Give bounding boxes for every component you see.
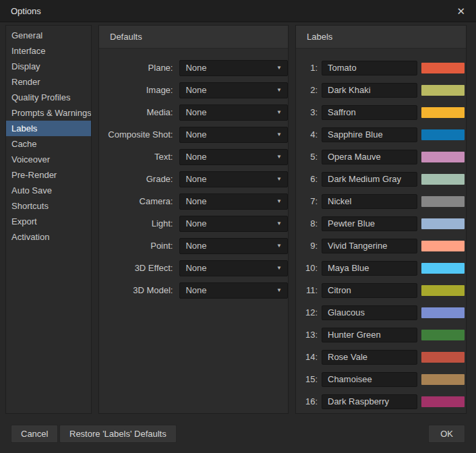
defaults-panel-header: Defaults (99, 26, 288, 49)
sidebar-item-prompts-warnings[interactable]: Prompts & Warnings (6, 105, 91, 121)
text-label: Text: (103, 152, 179, 162)
camera-dropdown[interactable]: None ▼ (179, 193, 288, 210)
dropdown-value: None (185, 218, 206, 229)
chevron-down-icon: ▼ (276, 154, 282, 160)
label-name-input[interactable]: Chamoisee (322, 372, 417, 387)
plane-dropdown[interactable]: None ▼ (179, 60, 288, 76)
label-number: 13: (301, 330, 322, 340)
default-row-image: Image: None ▼ (99, 79, 288, 101)
media-dropdown[interactable]: None ▼ (179, 104, 288, 121)
label-row-2: 2: Dark Khaki (296, 79, 466, 101)
sidebar-item-general[interactable]: General (6, 28, 91, 43)
label-name-input[interactable]: Pewter Blue (322, 216, 417, 231)
ok-button[interactable]: OK (428, 425, 465, 443)
3d-effect-label: 3D Effect: (103, 263, 179, 273)
labels-panel-header: Labels (296, 26, 466, 49)
label-color-swatch[interactable] (421, 174, 465, 185)
label-color-swatch[interactable] (421, 218, 465, 229)
label-row-1: 1: Tomato (296, 57, 466, 79)
sidebar-item-auto-save[interactable]: Auto Save (6, 183, 91, 198)
label-color-swatch[interactable] (421, 307, 465, 318)
point-dropdown[interactable]: None ▼ (179, 238, 288, 254)
label-color-swatch[interactable] (421, 285, 465, 296)
label-name-input[interactable]: Hunter Green (322, 328, 417, 342)
image-dropdown[interactable]: None ▼ (179, 82, 288, 98)
chevron-down-icon: ▼ (276, 243, 282, 249)
label-number: 6: (301, 174, 322, 184)
sidebar-item-activation[interactable]: Activation (6, 229, 91, 245)
label-name-input[interactable]: Glaucous (322, 305, 417, 320)
label-row-15: 15: Chamoisee (296, 368, 466, 390)
label-row-16: 16: Dark Raspberry (296, 390, 466, 413)
sidebar-item-pre-render[interactable]: Pre-Render (6, 167, 91, 183)
sidebar-item-cache[interactable]: Cache (6, 136, 91, 152)
chevron-down-icon: ▼ (276, 265, 282, 271)
label-row-13: 13: Hunter Green (296, 324, 466, 346)
label-color-swatch[interactable] (421, 330, 465, 340)
label-number: 5: (301, 152, 322, 162)
point-label: Point: (103, 241, 179, 251)
chevron-down-icon: ▼ (276, 220, 282, 227)
3d-effect-dropdown[interactable]: None ▼ (179, 260, 288, 276)
label-color-swatch[interactable] (421, 152, 465, 162)
grade-label: Grade: (103, 174, 179, 184)
label-row-7: 7: Nickel (296, 190, 466, 212)
sidebar-item-display[interactable]: Display (6, 59, 91, 74)
label-name-input[interactable]: Saffron (322, 105, 417, 120)
title-bar: Options ✕ (0, 0, 476, 22)
sidebar-item-voiceover[interactable]: Voiceover (6, 152, 91, 167)
sidebar-item-labels[interactable]: Labels (6, 121, 91, 136)
dropdown-value: None (185, 152, 206, 162)
grade-dropdown[interactable]: None ▼ (179, 171, 288, 187)
label-name-input[interactable]: Rose Vale (322, 350, 417, 365)
restore-defaults-button[interactable]: Restore 'Labels' Defaults (59, 425, 177, 443)
dropdown-value: None (185, 263, 206, 273)
light-label: Light: (103, 218, 179, 229)
label-number: 16: (301, 396, 322, 406)
label-color-swatch[interactable] (421, 196, 465, 207)
label-name-input[interactable]: Tomato (322, 61, 417, 76)
sidebar-item-render[interactable]: Render (6, 74, 91, 90)
default-row-plane: Plane: None ▼ (99, 57, 288, 79)
sidebar-item-export[interactable]: Export (6, 214, 91, 229)
light-dropdown[interactable]: None ▼ (179, 216, 288, 232)
label-name-input[interactable]: Nickel (322, 194, 417, 209)
label-color-swatch[interactable] (421, 129, 465, 140)
label-name-input[interactable]: Maya Blue (322, 261, 417, 276)
label-color-swatch[interactable] (421, 107, 465, 118)
label-name-input[interactable]: Citron (322, 283, 417, 298)
cancel-button[interactable]: Cancel (11, 425, 58, 443)
label-color-swatch[interactable] (421, 241, 465, 251)
3d-model-dropdown[interactable]: None ▼ (179, 282, 288, 299)
label-name-input[interactable]: Vivid Tangerine (322, 239, 417, 253)
label-number: 9: (301, 241, 322, 251)
label-number: 11: (301, 285, 322, 295)
label-number: 8: (301, 218, 322, 229)
label-name-input[interactable]: Dark Raspberry (322, 394, 417, 409)
label-row-11: 11: Citron (296, 279, 466, 301)
composite-shot-dropdown[interactable]: None ▼ (179, 127, 288, 143)
dropdown-value: None (185, 196, 206, 206)
label-name-input[interactable]: Dark Khaki (322, 83, 417, 98)
label-color-swatch[interactable] (421, 85, 465, 96)
default-row-3d-effect: 3D Effect: None ▼ (99, 257, 288, 279)
plane-label: Plane: (103, 63, 179, 73)
label-number: 4: (301, 129, 322, 140)
sidebar-item-interface[interactable]: Interface (6, 43, 91, 59)
label-name-input[interactable]: Dark Medium Gray (322, 172, 417, 187)
label-name-input[interactable]: Sapphire Blue (322, 127, 417, 142)
label-rows: 1: Tomato 2: Dark Khaki 3: Saffron 4: Sa… (296, 49, 466, 413)
label-color-swatch[interactable] (421, 396, 465, 407)
label-color-swatch[interactable] (421, 352, 465, 363)
label-color-swatch[interactable] (421, 63, 465, 73)
dropdown-value: None (185, 85, 206, 95)
label-row-8: 8: Pewter Blue (296, 212, 466, 235)
sidebar-item-shortcuts[interactable]: Shortcuts (6, 198, 91, 214)
close-icon[interactable]: ✕ (456, 6, 465, 16)
text-dropdown[interactable]: None ▼ (179, 149, 288, 165)
label-color-swatch[interactable] (421, 263, 465, 274)
options-sidebar: General Interface Display Render Quality… (5, 25, 92, 414)
sidebar-item-quality-profiles[interactable]: Quality Profiles (6, 90, 91, 105)
label-name-input[interactable]: Opera Mauve (322, 150, 417, 164)
label-color-swatch[interactable] (421, 374, 465, 385)
